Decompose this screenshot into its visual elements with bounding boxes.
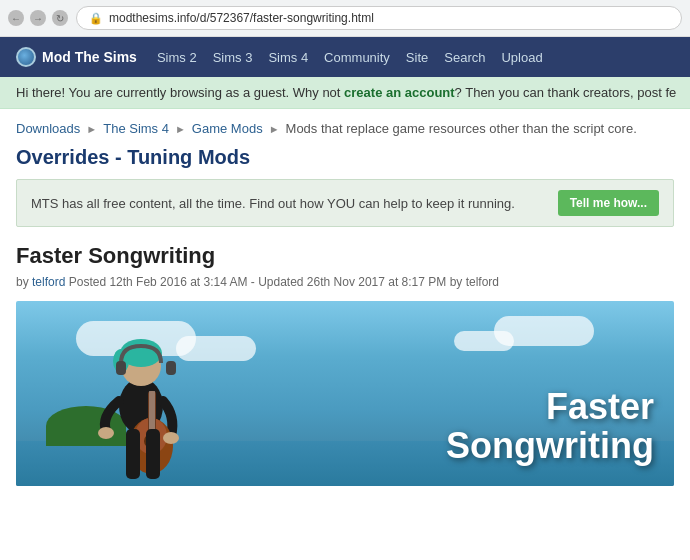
browser-toolbar: ← → ↻ 🔒 modthesims.info/d/572367/faster-… bbox=[0, 0, 690, 36]
page-title: Overrides - Tuning Mods bbox=[0, 142, 690, 179]
svg-point-14 bbox=[163, 432, 179, 444]
forward-button[interactable]: → bbox=[30, 10, 46, 26]
breadcrumb-gamemods[interactable]: Game Mods bbox=[192, 121, 263, 136]
post-date: Posted 12th Feb 2016 at 3:14 AM - Update… bbox=[65, 275, 499, 289]
post-meta-by: by bbox=[16, 275, 32, 289]
breadcrumb-sims4[interactable]: The Sims 4 bbox=[103, 121, 169, 136]
breadcrumb: Downloads ► The Sims 4 ► Game Mods ► Mod… bbox=[0, 109, 690, 142]
mts-banner-text: MTS has all free content, all the time. … bbox=[31, 196, 515, 211]
browser-buttons: ← → ↻ bbox=[8, 10, 68, 26]
reload-button[interactable]: ↻ bbox=[52, 10, 68, 26]
svg-rect-15 bbox=[126, 429, 140, 479]
create-account-link[interactable]: create an account bbox=[344, 85, 455, 100]
breadcrumb-current: Mods that replace game resources other t… bbox=[286, 121, 637, 136]
site-logo-text: Mod The Sims bbox=[42, 49, 137, 65]
tell-me-button[interactable]: Tell me how... bbox=[558, 190, 659, 216]
site-nav: Mod The Sims Sims 2 Sims 3 Sims 4 Commun… bbox=[0, 37, 690, 77]
nav-upload[interactable]: Upload bbox=[501, 50, 542, 65]
hero-image: Faster Songwriting bbox=[16, 301, 674, 486]
nav-site[interactable]: Site bbox=[406, 50, 428, 65]
hero-text-line1: Faster bbox=[446, 387, 654, 427]
guest-text-before: Hi there! You are currently browsing as … bbox=[16, 85, 344, 100]
site-logo[interactable]: Mod The Sims bbox=[16, 47, 137, 67]
post-area: Faster Songwriting by telford Posted 12t… bbox=[0, 243, 690, 486]
back-button[interactable]: ← bbox=[8, 10, 24, 26]
post-author-link[interactable]: telford bbox=[32, 275, 65, 289]
cloud-4 bbox=[454, 331, 514, 351]
mts-banner: MTS has all free content, all the time. … bbox=[16, 179, 674, 227]
browser-chrome: ← → ↻ 🔒 modthesims.info/d/572367/faster-… bbox=[0, 0, 690, 37]
breadcrumb-downloads[interactable]: Downloads bbox=[16, 121, 80, 136]
guest-text-after: ? Then you can thank creators, post fe bbox=[455, 85, 677, 100]
svg-point-13 bbox=[98, 427, 114, 439]
content-area: Downloads ► The Sims 4 ► Game Mods ► Mod… bbox=[0, 109, 690, 486]
breadcrumb-sep-1: ► bbox=[86, 123, 97, 135]
nav-sims3[interactable]: Sims 3 bbox=[213, 50, 253, 65]
breadcrumb-sep-2: ► bbox=[175, 123, 186, 135]
logo-globe-icon bbox=[16, 47, 36, 67]
svg-rect-5 bbox=[166, 361, 176, 375]
svg-rect-16 bbox=[146, 429, 160, 479]
url-text: modthesims.info/d/572367/faster-songwrit… bbox=[109, 11, 374, 25]
hero-text-line2: Songwriting bbox=[446, 426, 654, 466]
address-bar[interactable]: 🔒 modthesims.info/d/572367/faster-songwr… bbox=[76, 6, 682, 30]
svg-rect-4 bbox=[116, 361, 126, 375]
nav-search[interactable]: Search bbox=[444, 50, 485, 65]
nav-community[interactable]: Community bbox=[324, 50, 390, 65]
character-svg bbox=[86, 321, 206, 486]
nav-links: Sims 2 Sims 3 Sims 4 Community Site Sear… bbox=[157, 50, 543, 65]
post-title: Faster Songwriting bbox=[16, 243, 674, 269]
guest-banner: Hi there! You are currently browsing as … bbox=[0, 77, 690, 109]
post-meta: by telford Posted 12th Feb 2016 at 3:14 … bbox=[16, 275, 674, 289]
hero-text: Faster Songwriting bbox=[446, 387, 654, 466]
nav-sims2[interactable]: Sims 2 bbox=[157, 50, 197, 65]
nav-sims4[interactable]: Sims 4 bbox=[268, 50, 308, 65]
lock-icon: 🔒 bbox=[89, 12, 103, 25]
breadcrumb-sep-3: ► bbox=[269, 123, 280, 135]
